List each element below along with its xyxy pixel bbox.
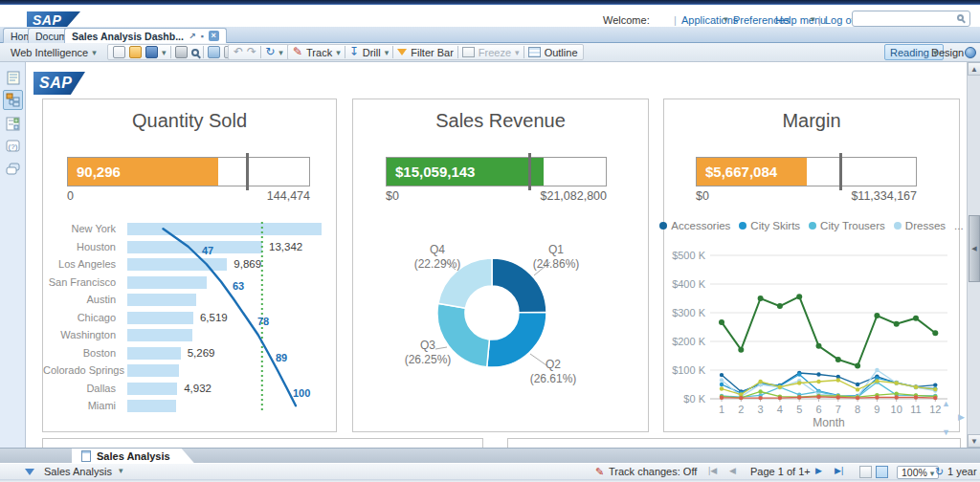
last-page-icon[interactable]: ▶| xyxy=(835,466,843,475)
comments-icon[interactable] xyxy=(3,160,23,180)
web-intelligence-menu[interactable]: Web Intelligence ▾ xyxy=(6,44,101,60)
gauge-value: $5,667,084 xyxy=(697,164,777,180)
filter-bar-button[interactable]: Filter Bar xyxy=(411,47,454,58)
cumulative-percent-label: 78 xyxy=(257,316,269,327)
chevron-down-icon[interactable]: ▾ xyxy=(162,48,167,57)
document-summary-icon[interactable] xyxy=(3,68,23,88)
divider: | xyxy=(818,14,821,26)
cumulative-percent-label: 63 xyxy=(233,280,244,292)
track-icon[interactable]: ✎ xyxy=(293,46,302,58)
save-icon[interactable] xyxy=(145,46,158,58)
page-mode-icon[interactable] xyxy=(876,466,888,478)
svg-text:9: 9 xyxy=(874,404,880,415)
vertical-scrollbar[interactable]: ▲ ◀ ▼ xyxy=(967,62,980,448)
reading-label: Reading xyxy=(890,47,929,58)
chevron-down-icon[interactable]: ▾ xyxy=(811,14,815,24)
report-tab-sales-analysis[interactable]: Sales Analysis xyxy=(72,449,195,464)
input-controls-icon[interactable] xyxy=(3,114,23,134)
divider xyxy=(203,46,204,58)
chevron-down-icon[interactable]: ▾ xyxy=(385,48,390,57)
divider xyxy=(523,46,524,58)
outline-button[interactable]: Outline xyxy=(545,47,578,58)
panel-title: Sales Revenue xyxy=(353,110,648,132)
open-icon[interactable] xyxy=(129,46,142,58)
left-panel-toolbar: (?) xyxy=(0,62,26,448)
scroll-up-icon[interactable]: ▲ xyxy=(942,399,950,408)
track-changes-icon: ✎ xyxy=(595,466,604,478)
sap-logo: SAP xyxy=(33,72,85,95)
chevron-down-icon[interactable]: ▾ xyxy=(119,466,123,475)
donut-label-q2: Q2(26.61%) xyxy=(517,358,590,386)
legend-truncated: ... xyxy=(954,220,964,231)
quick-display-mode-icon[interactable] xyxy=(859,466,872,478)
drill-button[interactable]: Drill xyxy=(363,47,381,58)
legend-item: Accessories xyxy=(659,220,730,231)
bar-category-label: San Francisco xyxy=(43,274,122,292)
track-button[interactable]: Track xyxy=(306,47,332,58)
search-icon[interactable] xyxy=(957,14,964,21)
tab-active-label: Sales Analysis Dashb... xyxy=(72,31,184,42)
donut-label-q1: Q1(24.86%) xyxy=(520,243,592,272)
chevron-down-icon[interactable]: ▾ xyxy=(278,48,283,57)
user-prompt-input-icon[interactable]: (?) xyxy=(3,136,23,156)
drill-icon[interactable]: ↧ xyxy=(349,46,359,58)
previous-page-icon[interactable]: ◀ xyxy=(729,466,736,475)
new-document-icon[interactable] xyxy=(113,46,125,58)
gauge-min-label: $0 xyxy=(696,189,709,203)
bar-category-label: Chicago xyxy=(43,309,122,327)
bar-category-label: New York xyxy=(43,220,122,238)
next-page-icon[interactable]: ▶ xyxy=(815,466,822,475)
chevron-down-icon[interactable]: ▾ xyxy=(336,48,341,57)
refresh-icon[interactable]: ↻ xyxy=(265,46,275,58)
tab-active-document[interactable]: Sales Analysis Dashb... ↗ ▪ × xyxy=(64,28,227,43)
gauge-max-label: $21,082,800 xyxy=(540,189,607,203)
search-input[interactable] xyxy=(852,11,970,27)
bar-category-label: Boston xyxy=(43,344,122,362)
line-chart-legend: Accessories City Skirts City Trousers Dr… xyxy=(664,220,959,231)
undo-icon[interactable]: ↶ xyxy=(234,46,243,58)
track-changes-status[interactable]: Track changes: Off xyxy=(609,466,697,477)
webi-toolbar: Web Intelligence ▾ ▾ ▾ ↶ ↷ ↻ ▾ ✎ Track xyxy=(0,43,980,62)
divider xyxy=(170,46,171,58)
quantity-bullet-gauge: 90,296 0 144,474 xyxy=(67,157,310,203)
chevron-down-icon[interactable]: ▾ xyxy=(930,469,935,478)
scroll-down-icon[interactable]: ▼ xyxy=(968,434,980,448)
zoom-select[interactable]: 100% ▾ xyxy=(897,466,939,479)
refresh-icon[interactable]: ↻ xyxy=(935,466,944,478)
report-filter-label[interactable]: Sales Analysis xyxy=(44,466,112,477)
bar-category-label: Dallas xyxy=(43,380,122,398)
scroll-down-icon[interactable]: ▼ xyxy=(942,427,950,437)
scroll-right-icon[interactable]: ▶ xyxy=(958,412,965,422)
pin-icon[interactable]: ▪ xyxy=(200,32,203,41)
gauge-value: 90,296 xyxy=(68,164,121,180)
first-page-icon[interactable]: |◀ xyxy=(708,466,717,475)
web-intelligence-label: Web Intelligence xyxy=(11,47,88,58)
divider xyxy=(345,46,345,58)
applications-menu[interactable]: Applications xyxy=(681,14,738,26)
svg-text:8: 8 xyxy=(855,404,860,415)
data-mode-button[interactable] xyxy=(960,44,980,60)
collapse-panel-icon[interactable]: ◀ xyxy=(971,245,976,252)
partial-panel xyxy=(42,438,483,448)
chevron-down-icon[interactable]: ▾ xyxy=(724,14,728,24)
scroll-up-icon[interactable]: ▲ xyxy=(968,62,980,76)
close-icon[interactable]: × xyxy=(209,31,219,41)
legend-dot-icon xyxy=(809,222,816,230)
filter-bar-icon[interactable] xyxy=(25,466,34,477)
panel-title: Margin xyxy=(664,110,959,132)
find-icon[interactable] xyxy=(191,49,199,56)
scrollbar-thumb[interactable]: ◀ xyxy=(969,215,980,282)
last-refresh-label: 1 year ago xyxy=(947,466,980,477)
gauge-track: 90,296 xyxy=(67,157,310,186)
navigation-map-icon[interactable] xyxy=(3,90,23,110)
filter-bar-icon[interactable] xyxy=(397,49,407,55)
outline-icon[interactable] xyxy=(528,47,541,57)
print-icon[interactable] xyxy=(175,46,188,58)
bar-category-label: Colorado Springs xyxy=(43,362,122,380)
legend-dot-icon xyxy=(739,222,746,230)
page-indicator: Page 1 of 1+ xyxy=(750,466,811,477)
svg-text:$300 K: $300 K xyxy=(672,307,706,318)
redo-icon[interactable]: ↷ xyxy=(247,46,256,58)
history-icon[interactable] xyxy=(208,46,220,58)
popout-icon[interactable]: ↗ xyxy=(189,32,196,41)
